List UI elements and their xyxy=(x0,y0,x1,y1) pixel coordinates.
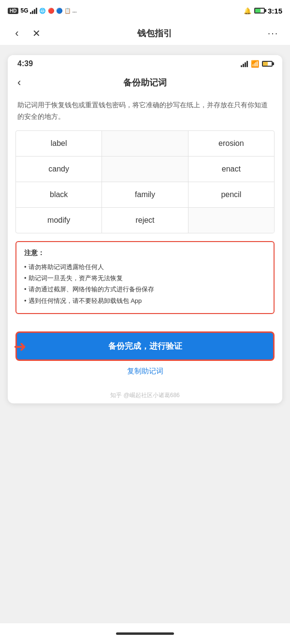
warning-text-3: 请勿通过截屏、网络传输的方式进行备份保存 xyxy=(29,284,154,295)
home-indicator xyxy=(116,632,174,635)
bullet-1: • xyxy=(24,261,27,272)
word-4-3 xyxy=(188,208,274,233)
outer-status-right: 🔔 3:15 xyxy=(244,7,282,15)
screen-card: 4:39 📶 ‹ 备份助记词 助记词用于恢复钱包或重置钱包密码，将它准确的抄写在… xyxy=(8,55,282,403)
verify-button[interactable]: 备份完成，进行验证 xyxy=(15,331,275,361)
inner-back-button[interactable]: ‹ xyxy=(17,76,21,89)
word-3-1: black xyxy=(16,182,102,207)
app-icons: 🌐 🔴 🔵 📋 ... xyxy=(39,8,76,14)
mnemonic-row-4: modify reject xyxy=(16,208,274,233)
copy-mnemonic-link[interactable]: 复制助记词 xyxy=(15,367,275,376)
warning-item-4: • 遇到任何情况，请不要轻易卸载钱包 App xyxy=(24,295,266,306)
hd-badge: HD xyxy=(8,8,18,14)
word-1-1: label xyxy=(16,131,102,156)
nav-more-button[interactable]: ··· xyxy=(266,28,280,39)
verify-btn-wrapper: ➜ 备份完成，进行验证 xyxy=(15,331,275,361)
bullet-4: • xyxy=(24,295,27,306)
word-1-2 xyxy=(102,131,188,156)
app-nav-bar: ‹ ✕ 钱包指引 ··· xyxy=(0,21,290,45)
bullet-3: • xyxy=(24,284,27,295)
mnemonic-row-1: label erosion xyxy=(16,131,274,157)
word-3-2: family xyxy=(102,182,188,207)
word-1-3: erosion xyxy=(188,131,274,156)
warning-item-3: • 请勿通过截屏、网络传输的方式进行备份保存 xyxy=(24,284,266,295)
arrow-indicator: ➜ xyxy=(14,337,27,356)
warning-text-1: 请勿将助记词透露给任何人 xyxy=(29,261,104,272)
outer-status-bar: HD 5G 🌐 🔴 🔵 📋 ... 🔔 3:15 xyxy=(0,0,290,21)
watermark-area: 知乎 @崛起社区小诸葛686 xyxy=(8,381,282,403)
description-text: 助记词用于恢复钱包或重置钱包密码，将它准确的抄写在纸上，并存放在只有你知道的安全… xyxy=(8,95,282,130)
inner-time: 4:39 xyxy=(17,59,33,68)
warning-title: 注意： xyxy=(24,249,266,258)
warning-item-1: • 请勿将助记词透露给任何人 xyxy=(24,261,266,272)
warning-text-4: 遇到任何情况，请不要轻易卸载钱包 App xyxy=(29,295,142,306)
outer-time: 3:15 xyxy=(268,7,282,15)
inner-status-icons: 📶 xyxy=(241,60,273,68)
warning-item-2: • 助记词一旦丢失，资产将无法恢复 xyxy=(24,272,266,284)
action-area: ➜ 备份完成，进行验证 复制助记词 xyxy=(8,322,282,381)
inner-page-title: 备份助记词 xyxy=(123,77,167,88)
inner-wifi-icon: 📶 xyxy=(251,60,259,68)
word-2-3: enact xyxy=(188,157,274,182)
inner-battery-icon xyxy=(262,61,273,67)
watermark-text: 知乎 @崛起社区小诸葛686 xyxy=(110,392,180,399)
word-2-1: candy xyxy=(16,157,102,182)
warning-box: 注意： • 请勿将助记词透露给任何人 • 助记词一旦丢失，资产将无法恢复 • 请… xyxy=(15,241,275,315)
inner-signal-icon xyxy=(241,60,248,67)
inner-status-bar: 4:39 📶 xyxy=(8,55,282,72)
signal-bars-icon xyxy=(30,7,37,14)
battery-icon xyxy=(254,8,265,14)
nav-back-button[interactable]: ‹ xyxy=(10,27,24,40)
bell-icon: 🔔 xyxy=(244,7,251,14)
mnemonic-row-2: candy enact xyxy=(16,157,274,182)
word-2-2 xyxy=(102,157,188,182)
nav-title: 钱包指引 xyxy=(137,28,172,39)
word-4-1: modify xyxy=(16,208,102,233)
outer-background: 4:39 📶 ‹ 备份助记词 助记词用于恢复钱包或重置钱包密码，将它准确的抄写在… xyxy=(0,45,290,413)
outer-status-left: HD 5G 🌐 🔴 🔵 📋 ... xyxy=(8,7,77,14)
mnemonic-row-3: black family pencil xyxy=(16,182,274,208)
word-4-2: reject xyxy=(102,208,188,233)
warning-text-2: 助记词一旦丢失，资产将无法恢复 xyxy=(29,272,123,284)
inner-nav: ‹ 备份助记词 xyxy=(8,72,282,95)
bottom-bar xyxy=(0,623,290,644)
bullet-2: • xyxy=(24,272,27,284)
nav-left-controls: ‹ ✕ xyxy=(10,27,44,40)
signal-label: 5G xyxy=(20,7,28,14)
nav-close-button[interactable]: ✕ xyxy=(29,28,44,39)
word-3-3: pencil xyxy=(188,182,274,207)
mnemonic-grid: label erosion candy enact black family p… xyxy=(15,130,275,233)
